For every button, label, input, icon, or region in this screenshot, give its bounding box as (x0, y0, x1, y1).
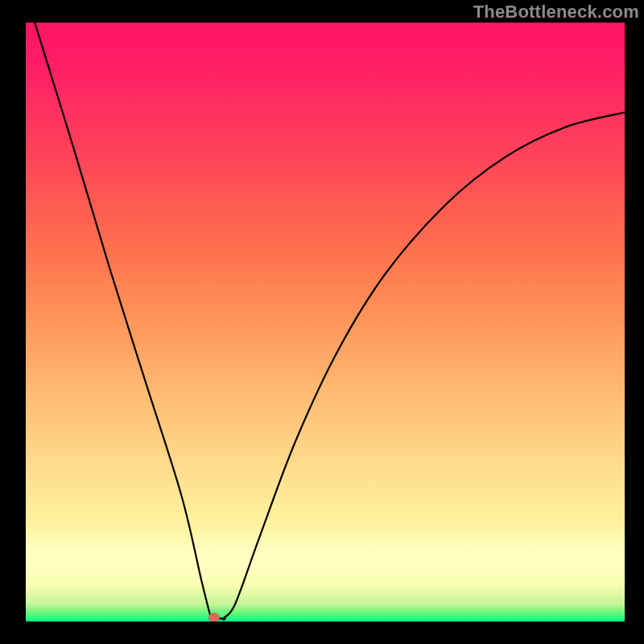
watermark-text: TheBottleneck.com (473, 2, 639, 23)
chart-frame: TheBottleneck.com (0, 0, 644, 644)
plot-area (26, 23, 625, 621)
bottleneck-curve (26, 23, 625, 621)
min-marker-icon (208, 613, 220, 621)
